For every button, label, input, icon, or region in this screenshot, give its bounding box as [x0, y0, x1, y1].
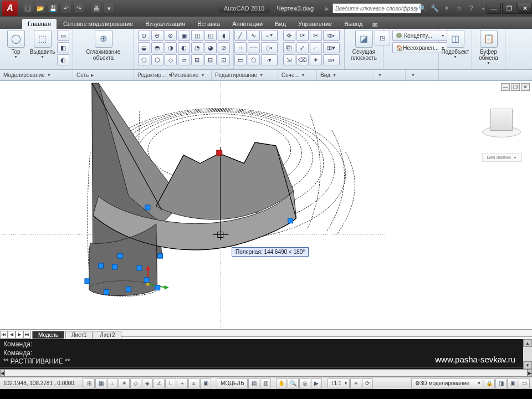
tab-next-icon[interactable]: ▶ [16, 331, 23, 339]
tab-layout1[interactable]: Лист1 [65, 331, 93, 339]
se11-icon[interactable]: ▱ [178, 54, 190, 65]
se14-icon[interactable]: ⊡ [218, 54, 230, 65]
anno-vis-icon[interactable]: ✳ [350, 378, 361, 388]
se6-icon[interactable]: ◕ [204, 42, 217, 53]
visual-style-icon[interactable]: ◳ [375, 30, 390, 45]
polygon-icon[interactable]: ⬠ [248, 54, 260, 65]
revolve-icon[interactable]: ◐ [57, 54, 69, 65]
pan-icon[interactable]: ✋ [276, 378, 287, 388]
tab-output[interactable]: Вывод [339, 19, 368, 29]
lock-ui-icon[interactable]: 🔒 [484, 378, 495, 388]
panel-view[interactable]: Вид▼ [317, 70, 372, 80]
se3-icon[interactable]: ◑ [165, 42, 177, 53]
panel-draw[interactable]: Рисование▼ [167, 70, 212, 80]
qat-new-icon[interactable]: ▢ [22, 3, 33, 14]
point-dd-icon[interactable]: ·▾ [261, 54, 278, 65]
fillet-icon[interactable]: ⌐ [310, 42, 322, 53]
qat-save-icon[interactable]: 💾 [48, 3, 59, 14]
view-top-button[interactable]: ◯ Top▼ [4, 30, 28, 65]
explode-icon[interactable]: ✦ [310, 54, 322, 65]
fillet-edge-icon[interactable]: ◖ [218, 30, 230, 41]
trim-icon[interactable]: ✂ [310, 30, 322, 41]
stretch-icon[interactable]: ⇲ [283, 54, 295, 65]
clipboard-button[interactable]: 📋 Буфер обмена▼ [477, 30, 501, 65]
scroll-down-icon[interactable]: ▼ [523, 361, 532, 369]
steering-icon[interactable]: ◎ [299, 378, 310, 388]
panel-clip-drop[interactable]: ▼ [406, 70, 439, 80]
se10-icon[interactable]: ◇ [165, 54, 177, 65]
tab-view[interactable]: Вид [269, 19, 291, 29]
model-canvas[interactable] [0, 81, 532, 329]
rotate-icon[interactable]: ⟳ [296, 30, 309, 41]
se2-icon[interactable]: ◓ [151, 42, 163, 53]
erase-icon[interactable]: ⌫ [296, 54, 309, 65]
snap-toggle[interactable]: ⊞ [84, 378, 95, 388]
clean-screen-icon[interactable]: ▭ [519, 378, 530, 388]
subobject-button[interactable]: ◫ Подобъект▼ [443, 30, 468, 59]
polysolid-icon[interactable]: ▭ [57, 30, 69, 41]
se13-icon[interactable]: ⊟ [204, 54, 217, 65]
qat-undo-icon[interactable]: ↶ [60, 3, 71, 14]
scale-icon[interactable]: ⤢ [296, 42, 309, 53]
smooth-object-button[interactable]: ⊕ Сглаживание объекта [84, 30, 123, 61]
mirror-dd-icon[interactable]: ⧉▾ [323, 30, 340, 41]
tab-mesh[interactable]: Сетевое моделирование [58, 19, 139, 29]
key-icon[interactable]: 🔧 [430, 4, 439, 13]
presspull-icon[interactable]: ◧ [57, 42, 69, 53]
search-input[interactable] [332, 3, 421, 13]
qp-toggle[interactable]: ▣ [200, 378, 211, 388]
minimize-button[interactable]: — [487, 3, 501, 14]
help-icon[interactable]: ? [467, 4, 475, 13]
close-button[interactable]: ✕ [518, 3, 532, 14]
otrack-toggle[interactable]: ∠ [154, 378, 165, 388]
panel-modeling[interactable]: Моделирование▼ [0, 70, 73, 80]
tab-insert[interactable]: Вставка [192, 19, 226, 29]
extrude-face-icon[interactable]: ▣ [178, 30, 190, 41]
tab-model[interactable]: Модель [32, 331, 64, 339]
scroll-up-icon[interactable]: ▲ [523, 339, 532, 347]
maximize-button[interactable]: ❐ [502, 3, 516, 14]
panel-mesh[interactable]: Сеть▶ [73, 70, 134, 80]
grid-toggle[interactable]: ▦ [95, 378, 106, 388]
tab-express-icon[interactable]: ✉ [369, 22, 380, 29]
anno-auto-icon[interactable]: ⟳ [362, 378, 373, 388]
circle-tool-icon[interactable]: ○ [234, 42, 247, 53]
se9-icon[interactable]: ⬡ [151, 54, 163, 65]
model-space-button[interactable]: МОДЕЛЬ [217, 378, 248, 388]
polar-toggle[interactable]: ✶ [119, 378, 130, 388]
subtract-icon[interactable]: ⊖ [151, 30, 163, 41]
se12-icon[interactable]: ⊞ [191, 54, 203, 65]
panel-subobj-drop[interactable]: ▼ [372, 70, 406, 80]
extrude-button[interactable]: ⬚ Выдавить▼ [30, 30, 55, 65]
osnap-toggle[interactable]: ◇ [130, 378, 141, 388]
drawing-area[interactable]: — ❐ ✕ Без имени [0, 81, 532, 329]
zoom-icon[interactable]: 🔍 [288, 378, 299, 388]
layout-quick2-icon[interactable]: ▥ [260, 378, 271, 388]
showmotion-icon[interactable]: ▶ [311, 378, 322, 388]
array-dd-icon[interactable]: ⊞▾ [323, 42, 340, 53]
command-window[interactable]: Команда: Команда: ** РАСТЯГИВАНИЕ ** Точ… [0, 339, 532, 377]
se8-icon[interactable]: ⬠ [138, 54, 150, 65]
qat-redo-icon[interactable]: ↷ [73, 3, 84, 14]
tab-render[interactable]: Визуализация [140, 19, 191, 29]
dyn-toggle[interactable]: + [177, 378, 188, 388]
layout-quick-icon[interactable]: ▤ [248, 378, 259, 388]
binoculars-icon[interactable]: 🔍 [418, 4, 427, 13]
tab-layout2[interactable]: Лист2 [94, 331, 121, 339]
offset-icon[interactable]: ◫ [191, 30, 203, 41]
panel-solid-edit[interactable]: Редактир...▼ [134, 70, 167, 80]
command-scrollbar[interactable]: ▲ ▼ [523, 339, 532, 369]
lwt-toggle[interactable]: ≡ [188, 378, 200, 388]
tab-annotate[interactable]: Аннотации [227, 19, 268, 29]
hscroll-right-icon[interactable]: ▶ [528, 369, 532, 377]
qat-open-icon[interactable]: 📂 [35, 3, 46, 14]
panel-modify[interactable]: Редактирование▼ [212, 70, 278, 80]
exchange-icon[interactable]: ✴ [442, 4, 451, 13]
union-icon[interactable]: ⊙ [138, 30, 150, 41]
se7-icon[interactable]: ⊘ [218, 42, 230, 53]
hw-accel-icon[interactable]: ◨ [495, 378, 507, 388]
se1-icon[interactable]: ◒ [138, 42, 150, 53]
arc-dd-icon[interactable]: ⌢▾ [261, 30, 278, 41]
line-icon[interactable]: ╱ [234, 30, 247, 41]
qat-dropdown-icon[interactable]: ▾ [104, 3, 115, 14]
